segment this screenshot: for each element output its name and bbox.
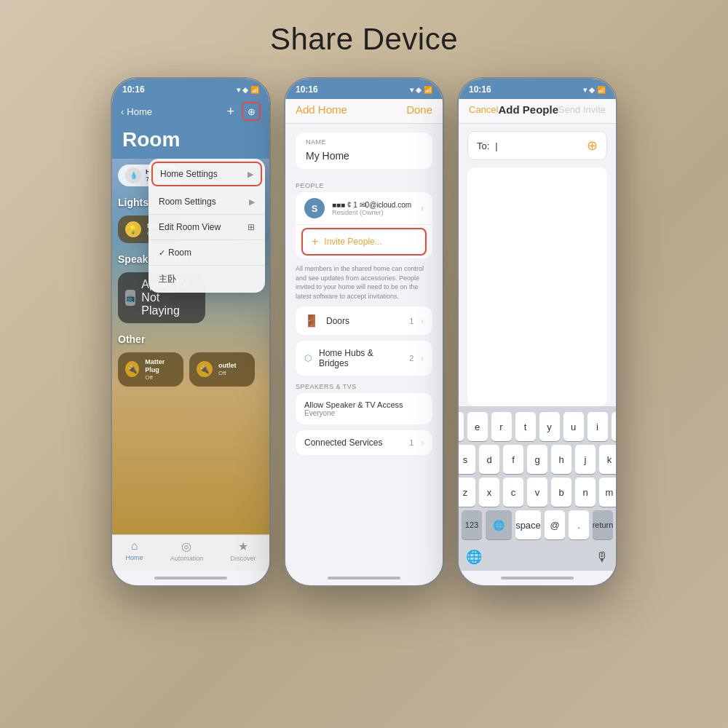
key-n[interactable]: n bbox=[575, 478, 596, 507]
hubs-row[interactable]: ⬡ Home Hubs & Bridges 2 › bbox=[296, 341, 432, 376]
dropdown-room-settings[interactable]: Room Settings ▶ bbox=[149, 189, 265, 215]
key-u[interactable]: u bbox=[563, 412, 584, 441]
key-v[interactable]: v bbox=[527, 478, 547, 507]
key-dot[interactable]: . bbox=[569, 510, 589, 539]
matter-plug-card[interactable]: 🔌 Matter Plug Off bbox=[118, 352, 183, 387]
phone1: 10:16 ▾ ◈ 📶 ‹ Home + ⊕ Room 💧 Humid bbox=[111, 77, 271, 587]
home-settings-arrow: ▶ bbox=[248, 170, 253, 179]
phone2: 10:16 ▾ ◈ 📶 Add Home Done NAME My Home P… bbox=[284, 77, 444, 587]
key-return[interactable]: return bbox=[593, 510, 613, 539]
key-c[interactable]: c bbox=[503, 478, 523, 507]
phone1-menu-button[interactable]: ⊕ bbox=[242, 102, 261, 121]
discover-tab-icon: ★ bbox=[238, 539, 248, 553]
mic-icon[interactable]: 🎙 bbox=[596, 550, 609, 565]
key-y[interactable]: y bbox=[539, 412, 560, 441]
person-role: Resident (Owner) bbox=[332, 209, 414, 216]
key-b[interactable]: b bbox=[551, 478, 571, 507]
phone3-bottom-bar: 🌐 🎙 bbox=[459, 546, 616, 571]
phone1-add-button[interactable]: + bbox=[226, 104, 234, 119]
phone2-done-button[interactable]: Done bbox=[406, 103, 432, 116]
phone1-tab-bar: ⌂ Home ◎ Automation ★ Discover bbox=[112, 534, 269, 571]
key-num[interactable]: 123 bbox=[462, 510, 482, 539]
hubs-label: Home Hubs & Bridges bbox=[319, 348, 402, 368]
name-section: NAME My Home bbox=[296, 132, 432, 169]
phone1-content: 💧 Humidity 74% Lights 💡 Matter S On bbox=[112, 159, 269, 534]
invite-text: Invite People... bbox=[324, 237, 381, 247]
automation-tab-icon: ◎ bbox=[181, 539, 191, 553]
key-d[interactable]: d bbox=[479, 445, 499, 474]
outlet-icon: 🔌 bbox=[197, 361, 213, 377]
outlet-card[interactable]: 🔌 outlet Off bbox=[189, 352, 255, 387]
keyboard-row3: ⇧ z x c v b n m ⌫ bbox=[462, 478, 613, 507]
tab-home[interactable]: ⌂ Home bbox=[126, 539, 143, 562]
key-w[interactable]: w bbox=[457, 412, 464, 441]
globe-icon[interactable]: 🌐 bbox=[466, 549, 482, 565]
key-emoji[interactable]: 🌐 bbox=[486, 510, 512, 539]
connected-services-row[interactable]: Connected Services 1 › bbox=[296, 430, 432, 455]
hubs-count: 2 bbox=[409, 354, 414, 363]
phone1-nav-actions: + ⊕ bbox=[226, 102, 261, 121]
speaker-access-row[interactable]: Allow Speaker & TV Access Everyone bbox=[296, 393, 432, 424]
phone3-status-bar: 10:16 ▾ ◈ 📶 bbox=[459, 79, 616, 99]
key-s[interactable]: s bbox=[457, 445, 475, 474]
dropdown-edit-room-view[interactable]: Edit Room View ⊞ bbox=[149, 215, 265, 240]
phone1-status-icons: ▾ ◈ 📶 bbox=[237, 86, 259, 94]
key-z[interactable]: z bbox=[457, 478, 475, 507]
key-f[interactable]: f bbox=[503, 445, 523, 474]
dropdown-menu: Home Settings ▶ Room Settings ▶ Edit Roo… bbox=[149, 159, 265, 293]
key-at[interactable]: @ bbox=[545, 510, 565, 539]
tab-discover[interactable]: ★ Discover bbox=[230, 539, 256, 562]
key-k[interactable]: k bbox=[599, 445, 617, 474]
room-check-icon: ✓ bbox=[159, 248, 165, 258]
phone3-status-icons: ▾ ◈ 📶 bbox=[583, 86, 606, 94]
appletv-icon: 📺 bbox=[125, 290, 135, 306]
to-label: To: bbox=[477, 141, 489, 151]
key-e[interactable]: e bbox=[467, 412, 488, 441]
phone3-send-invite-button[interactable]: Send Invite bbox=[558, 104, 606, 115]
person-chevron-icon: › bbox=[421, 203, 424, 213]
phone1-home-indicator bbox=[112, 571, 269, 585]
person-row[interactable]: S ■■■ ¢ 1 ✉0@icloud.com Resident (Owner)… bbox=[296, 192, 432, 225]
phone3-time: 10:16 bbox=[469, 84, 491, 95]
dropdown-main-bedroom[interactable]: 主卧 bbox=[149, 266, 265, 293]
key-i[interactable]: i bbox=[587, 412, 608, 441]
speaker-access-title: Allow Speaker & TV Access bbox=[304, 400, 424, 409]
doors-row[interactable]: 🚪 Doors 1 › bbox=[296, 306, 432, 335]
key-o[interactable]: o bbox=[612, 412, 618, 441]
connected-chevron-icon: › bbox=[421, 438, 424, 447]
key-space[interactable]: space bbox=[515, 510, 541, 539]
people-section: S ■■■ ¢ 1 ✉0@icloud.com Resident (Owner)… bbox=[296, 192, 432, 258]
key-g[interactable]: g bbox=[527, 445, 547, 474]
person-avatar: S bbox=[304, 198, 325, 218]
phone2-home-indicator bbox=[285, 571, 443, 585]
to-field[interactable]: To: | ⊕ bbox=[467, 131, 607, 160]
page-title: Share Device bbox=[270, 22, 458, 57]
key-j[interactable]: j bbox=[575, 445, 596, 474]
tab-automation[interactable]: ◎ Automation bbox=[170, 539, 204, 562]
doors-icon: 🚪 bbox=[304, 314, 319, 328]
phone1-back-button[interactable]: ‹ Home bbox=[121, 106, 152, 117]
doors-count: 1 bbox=[409, 317, 414, 325]
key-t[interactable]: t bbox=[515, 412, 536, 441]
key-x[interactable]: x bbox=[479, 478, 499, 507]
speaker-access-sub: Everyone bbox=[304, 409, 424, 417]
phone2-status-bar: 10:16 ▾ ◈ 📶 bbox=[285, 79, 443, 99]
home-tab-icon: ⌂ bbox=[131, 539, 138, 553]
key-r[interactable]: r bbox=[491, 412, 512, 441]
edit-room-grid-icon: ⊞ bbox=[248, 222, 255, 232]
hubs-icon: ⬡ bbox=[304, 353, 312, 363]
phone2-time: 10:16 bbox=[296, 84, 318, 95]
to-add-button[interactable]: ⊕ bbox=[587, 138, 598, 154]
phone3-cancel-button[interactable]: Cancel bbox=[469, 104, 498, 115]
key-m[interactable]: m bbox=[599, 478, 617, 507]
room-settings-arrow: ▶ bbox=[249, 197, 255, 207]
invite-people-row[interactable]: + Invite People... bbox=[301, 228, 427, 256]
dropdown-home-settings[interactable]: Home Settings ▶ bbox=[151, 162, 262, 186]
dropdown-room[interactable]: ✓ Room bbox=[149, 240, 265, 266]
phone3: 10:16 ▾ ◈ 📶 Cancel Add People Send Invit… bbox=[457, 77, 617, 587]
speakers-tvs-label: SPEAKERS & TVS bbox=[285, 381, 443, 393]
key-h[interactable]: h bbox=[551, 445, 571, 474]
connected-services-label: Connected Services bbox=[304, 438, 402, 448]
doors-label: Doors bbox=[326, 316, 402, 326]
humidity-icon: 💧 bbox=[125, 167, 141, 183]
